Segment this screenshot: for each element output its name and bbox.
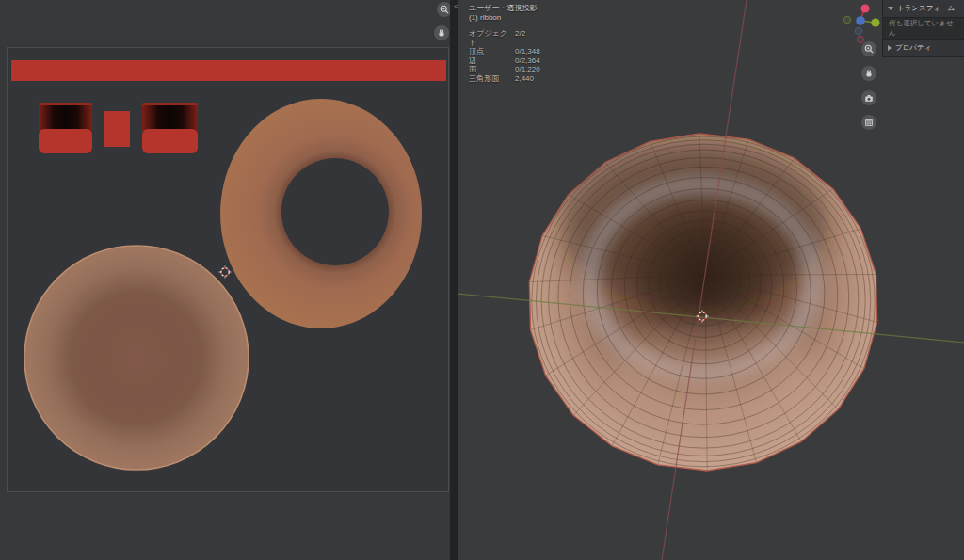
gizmo-axis-neg-x[interactable]: [857, 36, 863, 42]
3d-cursor-icon: [218, 265, 232, 279]
zoom-icon[interactable]: [861, 41, 876, 56]
gizmo-axis-neg-y[interactable]: [844, 16, 850, 23]
viewport-left[interactable]: [0, 0, 450, 560]
stat-objects: オブジェクト2/2: [469, 29, 540, 47]
camera-frame-border: [7, 47, 449, 492]
transform-panel-header[interactable]: トランスフォーム: [883, 0, 964, 17]
gizmo-axis-z[interactable]: [856, 16, 865, 25]
viewport-stats-overlay: ユーザー・透視投影 (1) ribbon オブジェクト2/2 頂点0/1,348…: [469, 4, 540, 83]
transform-panel-label: トランスフォーム: [897, 4, 955, 13]
view-perspective-label: ユーザー・透視投影: [469, 4, 540, 13]
gizmo-axis-neg-z[interactable]: [855, 27, 861, 34]
blender-window: <: [0, 0, 964, 560]
chevron-right-icon: [888, 45, 892, 51]
chevron-down-icon: [888, 7, 893, 10]
active-collection-label: (1) ribbon: [469, 13, 540, 23]
pan-icon[interactable]: [434, 25, 449, 40]
stat-vertices: 頂点0/1,348: [469, 47, 540, 56]
orthographic-grid-icon[interactable]: [861, 115, 876, 130]
properties-panel-label: プロパティ: [895, 43, 931, 53]
gizmo-axis-x[interactable]: [860, 4, 869, 12]
donut-top-view[interactable]: [220, 99, 422, 328]
viewport-right[interactable]: ユーザー・透視投影 (1) ribbon オブジェクト2/2 頂点0/1,348…: [458, 0, 964, 560]
n-panel-sidebar: トランスフォーム 何も選択していません プロパティ: [882, 0, 964, 57]
stat-triangles: 三角形面2,440: [469, 74, 540, 84]
gizmo-axis-y[interactable]: [871, 18, 879, 26]
plate-top-view[interactable]: [24, 246, 249, 470]
stat-faces: 面0/1,220: [469, 65, 540, 74]
properties-panel-header[interactable]: プロパティ: [883, 40, 964, 56]
camera-view-icon[interactable]: [861, 90, 876, 105]
pan-icon[interactable]: [861, 66, 876, 81]
axis-lines: [458, 0, 964, 560]
nothing-selected-message: 何も選択していません: [883, 17, 964, 40]
region-collapse-arrow[interactable]: <: [454, 3, 458, 10]
stat-edges: 辺0/2,364: [469, 56, 540, 66]
3d-cursor-icon: [696, 310, 709, 323]
editor-divider[interactable]: [450, 0, 458, 560]
